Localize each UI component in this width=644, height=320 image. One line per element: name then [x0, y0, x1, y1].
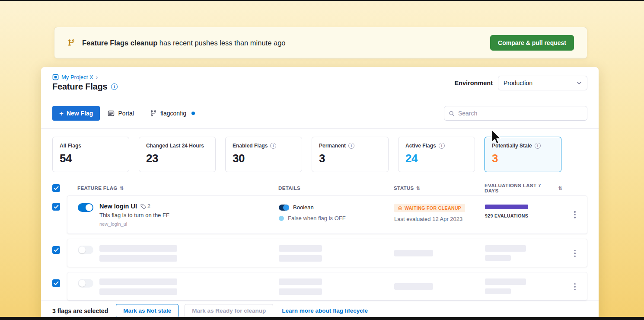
stat-label: All Flags	[60, 143, 81, 149]
search-box[interactable]	[444, 106, 587, 121]
column-header-details: DETAILS	[278, 183, 394, 193]
stat-value: 3	[319, 152, 381, 165]
column-label: EVALUATIONS LAST 7 DAYS	[485, 183, 556, 193]
stat-card-permanent[interactable]: Permanent 3	[312, 137, 389, 172]
column-header-status[interactable]: STATUS	[394, 183, 485, 193]
info-icon[interactable]	[348, 143, 354, 149]
breadcrumb[interactable]: My Project X ›	[52, 74, 118, 80]
app-header: My Project X › Feature Flags Environment…	[41, 67, 599, 98]
select-all-checkbox[interactable]	[52, 184, 60, 192]
sort-icon[interactable]	[416, 186, 421, 191]
last-evaluated: Last evaluated 12 Apr 2023	[394, 216, 485, 222]
stat-value: 54	[60, 152, 122, 165]
column-header-evaluations[interactable]: EVALUATIONS LAST 7 DAYS	[485, 183, 562, 193]
new-flag-button[interactable]: New Flag	[52, 106, 100, 121]
branch-selector[interactable]: flagconfig	[150, 110, 195, 117]
skeleton-bar	[99, 245, 177, 252]
stat-value: 23	[146, 152, 208, 165]
flag-name[interactable]: New login UI	[99, 203, 137, 210]
environment-picker: Environment Production	[454, 76, 587, 90]
git-branch-icon	[150, 110, 157, 117]
unsaved-changes-dot	[191, 112, 195, 115]
stat-card-all-flags[interactable]: All Flags 54	[52, 137, 129, 172]
flag-id: new_login_ui	[99, 221, 169, 227]
check-icon	[54, 248, 59, 252]
flag-row-card[interactable]: New login UI 2 This flag is to turn on t…	[67, 195, 587, 234]
check-icon	[54, 186, 59, 190]
check-icon	[54, 281, 59, 285]
column-label: STATUS	[394, 186, 414, 191]
table-row: New login UI 2 This flag is to turn on t…	[52, 195, 587, 234]
selection-count: 3 flags are selected	[52, 307, 108, 314]
status-badge-label: WAITING FOR CLEANUP	[405, 205, 461, 211]
page-title: Feature Flags	[52, 82, 107, 92]
waiting-icon	[398, 206, 402, 210]
info-icon[interactable]	[111, 83, 118, 90]
sort-icon[interactable]	[558, 186, 562, 191]
push-banner: Feature Flags cleanup has recent pushes …	[54, 27, 587, 59]
flag-row-card-skeleton[interactable]	[67, 239, 587, 267]
column-header-feature-flag[interactable]: FEATURE FLAG	[77, 183, 278, 193]
flag-toggle[interactable]	[78, 279, 93, 288]
column-label: DETAILS	[278, 186, 300, 191]
off-variation-dot	[279, 216, 284, 221]
row-menu-kebab-icon[interactable]	[572, 248, 578, 259]
branch-name: flagconfig	[160, 110, 186, 117]
stat-card-active-flags[interactable]: Active Flags 24	[398, 137, 475, 172]
skeleton-bar	[279, 255, 322, 262]
off-variation-text: False when flag is OFF	[288, 215, 346, 221]
row-menu-kebab-icon[interactable]	[572, 281, 578, 293]
skeleton-bar	[279, 245, 322, 252]
boolean-type-icon	[279, 205, 289, 211]
plus-icon	[59, 110, 64, 117]
table-row	[52, 272, 587, 301]
row-checkbox[interactable]	[52, 279, 60, 287]
search-input[interactable]	[458, 110, 583, 117]
environment-select[interactable]: Production	[498, 76, 587, 90]
git-branch-icon	[67, 39, 75, 47]
stat-card-changed-24h[interactable]: Changed Last 24 Hours 23	[139, 137, 216, 172]
breadcrumb-project[interactable]: My Project X	[61, 74, 93, 80]
info-icon[interactable]	[439, 143, 445, 149]
row-checkbox[interactable]	[52, 203, 60, 211]
info-icon[interactable]	[535, 143, 541, 149]
window-top-edge	[0, 0, 644, 1]
skeleton-bar	[485, 278, 526, 285]
skeleton-bar	[485, 255, 511, 261]
skeleton-bar	[99, 255, 177, 262]
compare-pull-request-button[interactable]: Compare & pull request	[490, 35, 574, 51]
banner-message: Feature Flags cleanup has recent pushes …	[82, 39, 286, 47]
skeleton-bar	[99, 278, 177, 285]
portal-icon	[108, 110, 115, 117]
mark-not-stale-button[interactable]: Mark as Not stale	[116, 304, 179, 318]
environment-label: Environment	[454, 80, 493, 86]
flag-toggle[interactable]	[78, 246, 93, 254]
check-icon	[54, 205, 59, 209]
stat-label: Changed Last 24 Hours	[146, 143, 204, 149]
tag-count: 2	[147, 203, 150, 209]
stat-card-potentially-stale[interactable]: Potentially Stale 3	[485, 137, 561, 172]
stat-card-enabled-flags[interactable]: Enabled Flags 30	[225, 137, 302, 172]
skeleton-bar	[279, 288, 322, 295]
info-icon[interactable]	[270, 143, 276, 149]
skeleton-bar	[99, 288, 177, 295]
header-left: My Project X › Feature Flags	[52, 74, 118, 92]
tag-icon	[140, 204, 146, 209]
chevron-down-icon	[577, 81, 582, 85]
tags-indicator: 2	[140, 203, 150, 209]
stat-value: 24	[405, 152, 468, 165]
window-bottom-edge	[0, 317, 644, 320]
portal-button[interactable]: Portal	[108, 110, 134, 117]
toolbar: New Flag Portal flagconfig	[41, 98, 599, 128]
row-menu-kebab-icon[interactable]	[572, 209, 578, 221]
flag-table-body: New login UI 2 This flag is to turn on t…	[41, 195, 599, 301]
sort-icon[interactable]	[120, 186, 124, 191]
skeleton-bar	[394, 250, 433, 256]
new-flag-label: New Flag	[67, 110, 93, 117]
flag-toggle[interactable]	[78, 203, 93, 212]
flag-row-card-skeleton[interactable]	[67, 272, 587, 301]
banner-branch-name: Feature Flags cleanup	[82, 39, 157, 47]
learn-more-link[interactable]: Learn more about flag lifecycle	[282, 307, 368, 314]
row-checkbox[interactable]	[52, 246, 60, 254]
column-label: FEATURE FLAG	[77, 186, 118, 191]
